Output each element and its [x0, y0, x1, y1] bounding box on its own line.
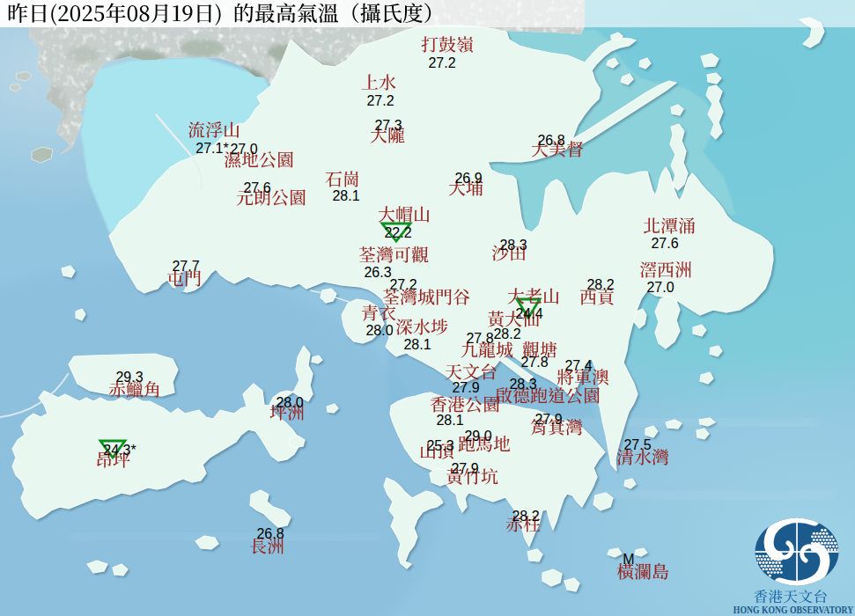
- svg-text:27.4: 27.4: [564, 358, 592, 373]
- svg-text:28.3: 28.3: [509, 377, 536, 392]
- svg-text:27.9: 27.9: [451, 461, 478, 476]
- svg-text:27.6: 27.6: [651, 236, 678, 251]
- svg-text:28.2: 28.2: [586, 277, 614, 292]
- svg-text:24.4: 24.4: [515, 306, 542, 321]
- svg-text:24.3*: 24.3*: [103, 443, 136, 458]
- svg-text:28.0: 28.0: [365, 323, 393, 338]
- svg-text:27.3: 27.3: [374, 118, 402, 133]
- svg-text:27.2: 27.2: [428, 55, 455, 70]
- svg-text:28.2: 28.2: [493, 326, 520, 341]
- svg-text:27.1*: 27.1*: [195, 141, 228, 156]
- svg-text:29.0: 29.0: [464, 429, 491, 444]
- svg-text:27.2: 27.2: [389, 277, 416, 292]
- svg-text:M: M: [623, 552, 634, 567]
- svg-text:26.3: 26.3: [364, 265, 391, 280]
- svg-text:28.1: 28.1: [436, 413, 463, 428]
- svg-text:27.2: 27.2: [366, 93, 394, 108]
- svg-text:25.3: 25.3: [426, 438, 453, 453]
- svg-text:27.9: 27.9: [452, 380, 479, 395]
- svg-text:29.3: 29.3: [115, 370, 143, 385]
- svg-text:27.6: 27.6: [243, 180, 270, 195]
- svg-text:28.1: 28.1: [403, 337, 431, 352]
- svg-text:27.8: 27.8: [520, 355, 548, 370]
- svg-text:27.9: 27.9: [534, 412, 562, 427]
- svg-text:28.2: 28.2: [512, 509, 539, 524]
- svg-text:27.8: 27.8: [466, 331, 493, 346]
- svg-text:28.1: 28.1: [332, 188, 359, 203]
- svg-text:28.3: 28.3: [499, 238, 527, 253]
- svg-text:26.8: 26.8: [256, 526, 284, 541]
- svg-text:27.7: 27.7: [172, 259, 199, 274]
- svg-text:HONG KONG OBSERVATORY: HONG KONG OBSERVATORY: [733, 604, 854, 616]
- svg-text:22.2: 22.2: [384, 225, 411, 240]
- svg-text:27.5: 27.5: [623, 437, 651, 452]
- svg-text:26.9: 26.9: [454, 171, 482, 186]
- svg-text:27.0: 27.0: [646, 280, 674, 295]
- svg-text:28.0: 28.0: [276, 395, 303, 410]
- svg-text:27.0: 27.0: [230, 142, 257, 157]
- svg-text:26.8: 26.8: [537, 133, 564, 148]
